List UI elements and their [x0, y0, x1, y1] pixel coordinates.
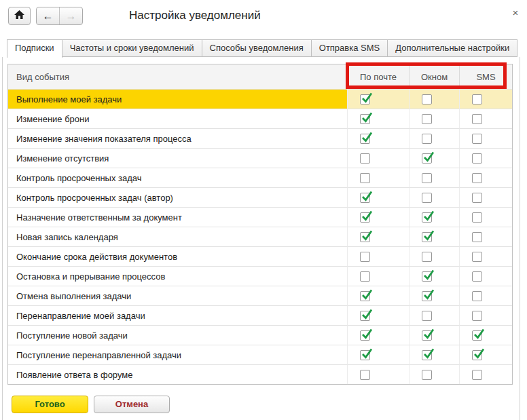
sms-checkbox[interactable]	[472, 134, 482, 144]
event-label: Окончание срока действия документов	[16, 252, 177, 262]
email-checkbox[interactable]	[360, 173, 370, 183]
event-cell[interactable]: Изменение отсутствия	[8, 148, 347, 168]
table-row[interactable]: Новая запись календаря	[8, 227, 512, 246]
event-cell[interactable]: Изменение брони	[8, 109, 347, 128]
event-cell[interactable]: Отмена выполнения задачи	[8, 286, 347, 305]
window-checkbox[interactable]	[422, 271, 432, 282]
close-button[interactable]: ×	[509, 7, 522, 19]
table-row[interactable]: Назначение ответственным за документ	[8, 207, 512, 227]
window-checkbox[interactable]	[422, 370, 432, 380]
sms-checkbox[interactable]	[472, 232, 482, 242]
email-checkbox[interactable]	[360, 114, 370, 124]
event-cell[interactable]: Контроль просроченных задач (автор)	[8, 187, 347, 207]
event-label: Остановка и прерывание процессов	[16, 271, 165, 282]
window-checkbox[interactable]	[422, 350, 432, 360]
home-button[interactable]	[8, 7, 31, 25]
tab-4[interactable]: Дополнительные настройки	[388, 39, 517, 57]
tab-3[interactable]: Отправка SMS	[312, 39, 388, 57]
sms-checkbox[interactable]	[472, 350, 482, 360]
window-checkbox[interactable]	[422, 153, 432, 164]
tab-label: Подписки	[15, 43, 54, 53]
window-checkbox[interactable]	[422, 291, 432, 301]
window-checkbox[interactable]	[422, 134, 432, 144]
tab-1[interactable]: Частоты и сроки уведомлений	[62, 39, 202, 57]
column-header-email[interactable]: По почте	[347, 64, 409, 89]
table-row[interactable]: Изменение отсутствия	[8, 148, 512, 168]
window-checkbox[interactable]	[422, 114, 432, 124]
sms-checkbox[interactable]	[472, 94, 482, 104]
window-checkbox[interactable]	[422, 212, 432, 223]
window-cell	[409, 364, 459, 384]
window-checkbox[interactable]	[422, 232, 432, 242]
event-cell[interactable]: Выполнение моей задачи	[8, 89, 347, 109]
table-row[interactable]: Поступление перенаправленной задачи	[8, 345, 512, 364]
event-label: Изменение отсутствия	[16, 153, 109, 164]
window-checkbox[interactable]	[422, 330, 432, 341]
email-checkbox[interactable]	[360, 350, 370, 360]
sms-checkbox[interactable]	[472, 153, 482, 164]
table-row[interactable]: Перенаправление моей задачи	[8, 305, 512, 325]
table-row[interactable]: Контроль просроченных задач (автор)	[8, 187, 512, 207]
event-cell[interactable]: Остановка и прерывание процессов	[8, 266, 347, 286]
column-header-event[interactable]: Вид события	[8, 64, 347, 89]
email-checkbox[interactable]	[360, 153, 370, 164]
event-cell[interactable]: Появление ответа в форуме	[8, 364, 347, 384]
table-row[interactable]: Изменение брони	[8, 109, 512, 128]
email-checkbox[interactable]	[360, 252, 370, 262]
email-checkbox[interactable]	[360, 311, 370, 321]
table-row[interactable]: Изменение значения показателя процесса	[8, 128, 512, 148]
window-checkbox[interactable]	[422, 94, 432, 104]
window-checkbox[interactable]	[422, 173, 432, 183]
page-title: Настройка уведомлений	[129, 9, 261, 22]
event-cell[interactable]: Назначение ответственным за документ	[8, 207, 347, 227]
table-row[interactable]: Выполнение моей задачи	[8, 89, 512, 109]
back-button[interactable]: ←	[37, 7, 60, 24]
event-cell[interactable]: Поступление новой задачи	[8, 325, 347, 345]
window-checkbox[interactable]	[422, 311, 432, 321]
sms-checkbox[interactable]	[472, 291, 482, 301]
sms-checkbox[interactable]	[472, 212, 482, 223]
email-checkbox[interactable]	[360, 134, 370, 144]
event-cell[interactable]: Перенаправление моей задачи	[8, 305, 347, 325]
sms-checkbox[interactable]	[472, 114, 482, 124]
sms-checkbox[interactable]	[472, 173, 482, 183]
table-row[interactable]: Окончание срока действия документов	[8, 246, 512, 266]
email-checkbox[interactable]	[360, 232, 370, 242]
table-row[interactable]: Остановка и прерывание процессов	[8, 266, 512, 286]
sms-checkbox[interactable]	[472, 311, 482, 321]
event-cell[interactable]: Поступление перенаправленной задачи	[8, 345, 347, 364]
email-checkbox[interactable]	[360, 330, 370, 341]
sms-checkbox[interactable]	[472, 370, 482, 380]
email-checkbox[interactable]	[360, 193, 370, 203]
event-cell[interactable]: Контроль просроченных задач	[8, 168, 347, 187]
tab-2[interactable]: Способы уведомления	[202, 39, 312, 57]
window-checkbox[interactable]	[422, 252, 432, 262]
cancel-button[interactable]: Отмена	[94, 396, 170, 413]
email-checkbox[interactable]	[360, 291, 370, 301]
email-checkbox[interactable]	[360, 212, 370, 223]
table-row[interactable]: Появление ответа в форуме	[8, 364, 512, 384]
table-row[interactable]: Поступление новой задачи	[8, 325, 512, 345]
email-checkbox[interactable]	[360, 271, 370, 282]
column-header-sms[interactable]: SMS	[459, 64, 512, 89]
column-header-window[interactable]: Окном	[409, 64, 459, 89]
table-row[interactable]: Отмена выполнения задачи	[8, 286, 512, 305]
event-label: Назначение ответственным за документ	[16, 212, 182, 223]
tab-0[interactable]: Подписки	[7, 39, 62, 58]
email-checkbox[interactable]	[360, 94, 370, 104]
forward-button[interactable]: →	[60, 7, 82, 24]
event-cell[interactable]: Окончание срока действия документов	[8, 246, 347, 266]
sms-checkbox[interactable]	[472, 252, 482, 262]
sms-checkbox[interactable]	[472, 271, 482, 282]
event-cell[interactable]: Новая запись календаря	[8, 227, 347, 246]
done-button[interactable]: Готово	[12, 396, 88, 413]
sms-cell	[459, 266, 512, 286]
window-checkbox[interactable]	[422, 193, 432, 203]
email-checkbox[interactable]	[360, 370, 370, 380]
event-cell[interactable]: Изменение значения показателя процесса	[8, 128, 347, 148]
sms-checkbox[interactable]	[472, 193, 482, 203]
window-cell	[409, 187, 459, 207]
table-row[interactable]: Контроль просроченных задач	[8, 168, 512, 187]
sms-checkbox[interactable]	[472, 330, 482, 341]
tab-label: Дополнительные настройки	[395, 43, 509, 53]
